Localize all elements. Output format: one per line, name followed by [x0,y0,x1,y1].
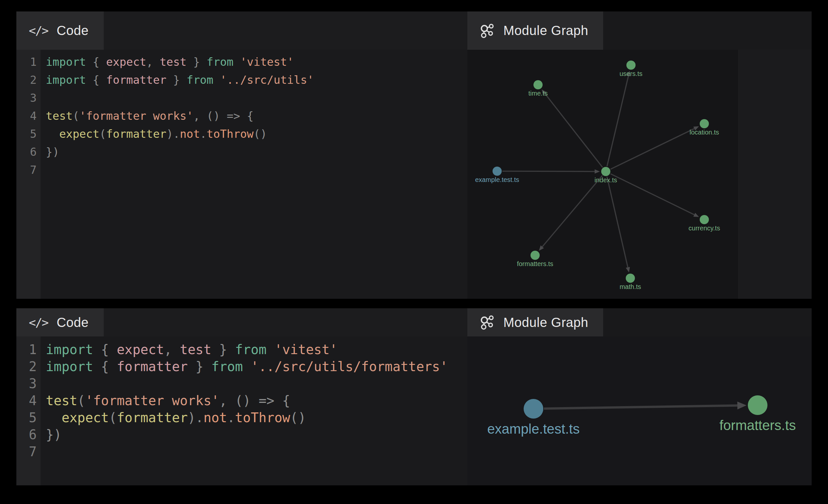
module-graph-svg: users.tstime.tslocation.tsexample.test.t… [467,50,738,299]
tab-module-graph[interactable]: Module Graph [467,308,603,336]
graph-node-label: currency.ts [689,224,720,232]
graph-node-users.ts[interactable] [626,60,635,70]
code-line: 3 [16,375,467,392]
graph-edge [607,76,628,166]
graph-node-label: users.ts [620,70,643,77]
code-line: 5 expect(formatter).not.toThrow() [16,125,467,143]
line-number: 2 [16,71,41,89]
code-line: 2import { formatter } from '../src/utils… [16,71,467,89]
line-number: 5 [16,125,41,143]
code-line: 4test('formatter works', () => { [16,392,467,409]
code-line: 2import { formatter } from '../src/utils… [16,358,467,375]
code-line: 7 [16,443,467,460]
code-editor[interactable]: 1import { expect, test } from 'vitest'2i… [16,50,467,299]
line-number: 1 [16,53,41,71]
code-line-text: import { formatter } from '../src/utils' [46,71,314,89]
module-graph-icon [480,23,495,38]
graph-node-label: formatters.ts [517,260,553,267]
tab-label: Module Graph [503,315,588,330]
line-number: 7 [16,161,41,179]
tab-label: Module Graph [503,23,588,38]
graph-node-index.ts[interactable] [601,167,610,176]
code-line-text: test('formatter works', () => { [46,107,254,125]
code-editor[interactable]: 1import { expect, test } from 'vitest'2i… [16,336,467,485]
graph-edge [610,174,694,215]
module-graph-canvas: users.tstime.tslocation.tsexample.test.t… [467,50,738,299]
graph-node-label: math.ts [620,283,641,290]
graph-node-label: time.ts [529,90,548,97]
graph-edge [607,177,628,267]
line-number: 3 [16,89,41,107]
graph-node-formatters.ts[interactable] [531,251,540,260]
graph-node-label: index.ts [595,176,617,183]
module-graph-icon [480,315,495,330]
graph-node-label: example.test.ts [475,176,520,183]
code-line: 3 [16,89,467,107]
code-line-text: test('formatter works', () => { [46,392,290,409]
graph-edge [542,175,603,247]
code-line: 1import { expect, test } from 'vitest' [16,341,467,358]
code-line-text: import { expect, test } from 'vitest' [46,341,337,358]
code-line: 4test('formatter works', () => { [16,107,467,125]
graph-node-example.test.ts[interactable] [493,167,502,176]
tab-module-graph[interactable]: Module Graph [467,11,603,50]
graph-edge-arrow [737,402,746,410]
tab-code[interactable]: </> Code [16,308,104,336]
tab-label: Code [56,315,89,330]
app: { "palette": { "keyword": "#6cb394", "id… [0,0,828,504]
code-line: 6}) [16,143,467,161]
line-number: 5 [16,409,41,426]
graph-edge-arrow [595,169,600,173]
code-line: 5 expect(formatter).not.toThrow() [16,409,467,426]
graph-node-label: location.ts [690,129,719,136]
graph-node-example.test.ts[interactable] [524,399,543,419]
code-line-text: import { expect, test } from 'vitest' [46,53,294,71]
code-line-text: expect(formatter).not.toThrow() [46,125,267,143]
code-icon: </> [29,24,48,37]
graph-node-location.ts[interactable] [700,119,709,128]
code-icon: </> [29,316,48,329]
graph-edge [502,171,595,171]
graph-edge-arrow [694,213,699,217]
module-graph-header: Module Graph [467,11,812,50]
module-graph-panel-bottom: Module Graph example.test.tsformatters.t… [467,308,812,485]
line-number: 4 [16,392,41,409]
module-graph-canvas: example.test.tsformatters.ts [467,336,812,485]
module-graph-panel-top: Module Graph users.tstime.tslocation.tse… [467,11,812,299]
line-number: 6 [16,143,41,161]
graph-node-formatters.ts[interactable] [748,395,768,415]
line-number: 4 [16,107,41,125]
graph-node-currency.ts[interactable] [700,215,709,224]
graph-node-label: formatters.ts [719,418,796,433]
line-number: 6 [16,426,41,443]
tab-label: Code [56,23,89,38]
graph-node-math.ts[interactable] [626,274,635,283]
code-line-text: expect(formatter).not.toThrow() [46,409,306,426]
graph-edge-arrow [626,267,630,272]
graph-edge [610,129,694,169]
code-line: 1import { expect, test } from 'vitest' [16,53,467,71]
code-panel-header: </> Code [16,308,467,336]
graph-edge [545,94,603,168]
graph-node-time.ts[interactable] [533,80,543,89]
line-number: 7 [16,443,41,460]
graph-edge [544,406,737,409]
code-line-text: }) [46,143,59,161]
code-line-text: }) [46,426,61,443]
code-panel-bottom: </> Code 1import { expect, test } from '… [16,308,467,485]
module-graph-header: Module Graph [467,308,812,336]
code-panel-header: </> Code [16,11,467,50]
tab-code[interactable]: </> Code [16,11,104,50]
code-line: 6}) [16,426,467,443]
code-line: 7 [16,161,467,179]
graph-node-label: example.test.ts [487,421,580,436]
code-panel-top: </> Code 1import { expect, test } from '… [16,11,467,299]
line-number: 3 [16,375,41,392]
module-graph-svg: example.test.tsformatters.ts [467,336,812,485]
line-number: 2 [16,358,41,375]
code-line-text: import { formatter } from '../src/utils/… [46,358,448,375]
line-number: 1 [16,341,41,358]
